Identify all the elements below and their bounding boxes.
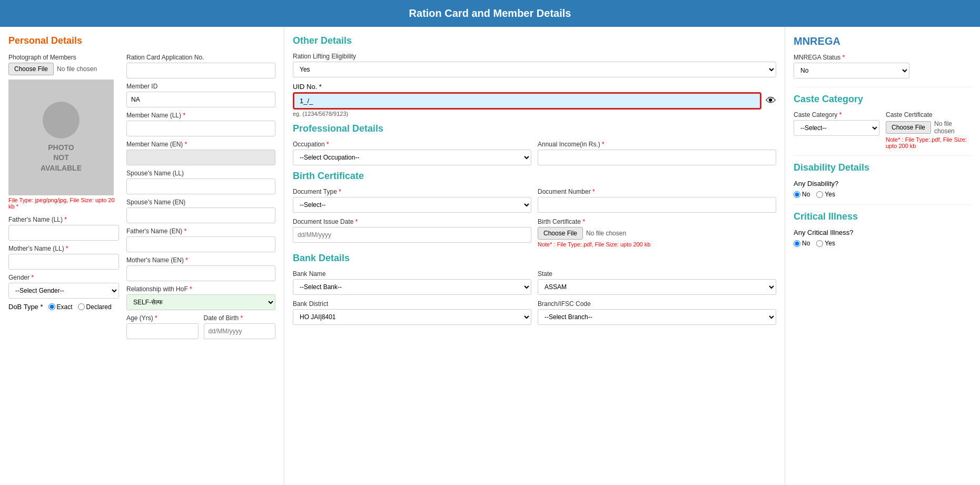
right-details-section: MNREGA MNREGA Status * No Caste Category… <box>785 27 980 485</box>
dob-exact-radio[interactable] <box>48 303 55 310</box>
birth-cert-no-file-text: No file chosen <box>586 230 626 237</box>
document-type-select[interactable]: --Select-- <box>293 197 531 213</box>
member-name-ll-label: Member Name (LL) * <box>126 112 275 119</box>
age-input[interactable] <box>126 323 199 339</box>
caste-file-note: Note* : File Type:.pdf, File Size: upto … <box>886 136 972 149</box>
critical-no-radio[interactable] <box>794 240 800 247</box>
dob-declared-radio[interactable] <box>78 303 85 310</box>
bank-district-select[interactable]: HO JAI|8401 <box>293 309 531 325</box>
father-name-en-input[interactable] <box>126 236 275 252</box>
state-group: State ASSAM <box>538 270 776 295</box>
eye-icon[interactable]: 👁 <box>766 95 776 107</box>
dob-type-label: DoB Type * <box>8 303 43 311</box>
member-name-en-input[interactable] <box>126 150 275 165</box>
relationship-select[interactable]: SELF-सेल्फ <box>126 294 275 310</box>
member-id-input[interactable] <box>126 92 275 107</box>
gender-select[interactable]: --Select Gender-- <box>8 283 119 299</box>
disability-no-label[interactable]: No <box>794 191 810 198</box>
father-name-ll-input[interactable] <box>8 225 119 241</box>
photo-no-file-text: No file chosen <box>57 65 97 73</box>
critical-yes-label[interactable]: Yes <box>816 240 835 247</box>
relationship-group: Relationship with HoF * SELF-सेल्फ <box>126 285 275 310</box>
spouse-name-ll-input[interactable] <box>126 179 275 194</box>
photo-file-note: File Type: jpeg/png/jpg, File Size: upto… <box>8 197 119 210</box>
bank-district-label: Bank District <box>293 300 531 308</box>
branch-ifsc-group: Branch/IFSC Code --Select Branch-- <box>538 300 776 325</box>
mother-name-ll-input[interactable] <box>8 254 119 270</box>
document-number-input[interactable] <box>538 197 776 213</box>
bank-name-select[interactable]: --Select Bank-- <box>293 279 531 295</box>
birth-cert-row2: Document Issue Date * Birth Certificate … <box>293 218 776 248</box>
divider-3 <box>794 204 972 205</box>
ration-lifting-select[interactable]: Yes <box>293 62 776 77</box>
uid-input-row: 👁 <box>293 92 776 110</box>
mnrega-status-label: MNREGA Status * <box>794 54 972 61</box>
caste-choose-file-button[interactable]: Choose File <box>886 121 931 134</box>
ration-card-app-group: Ration Card Application No. <box>126 54 275 78</box>
birth-cert-file-input-group: Choose File No file chosen <box>538 227 776 240</box>
mnrega-status-select[interactable]: No <box>794 63 909 78</box>
branch-ifsc-select[interactable]: --Select Branch-- <box>538 309 776 325</box>
personal-details-title: Personal Details <box>8 35 275 46</box>
personal-form-column: Ration Card Application No. Member ID Me… <box>126 54 275 339</box>
critical-no-label[interactable]: No <box>794 240 810 247</box>
dob-exact-label: Exact <box>57 303 73 311</box>
document-number-group: Document Number * <box>538 188 776 213</box>
caste-category-section: Caste Category Caste Category * --Select… <box>794 94 972 149</box>
father-name-ll-label: Father's Name (LL) * <box>8 216 119 223</box>
disability-radio-row: No Yes <box>794 191 972 198</box>
mother-name-ll-group: Mother's Name (LL) * <box>8 245 119 270</box>
page-title: Ration Card and Member Details <box>409 7 571 19</box>
disability-no-text: No <box>802 191 810 198</box>
dob-exact-radio-label[interactable]: Exact <box>48 303 73 311</box>
disability-yes-radio[interactable] <box>816 191 823 198</box>
disability-yes-label[interactable]: Yes <box>816 191 835 198</box>
dob-declared-radio-label[interactable]: Declared <box>78 303 112 311</box>
photo-choose-file-button[interactable]: Choose File <box>8 63 54 75</box>
birth-cert-file-label: Birth Certificate * <box>538 218 776 225</box>
bank-row2: Bank District HO JAI|8401 Branch/IFSC Co… <box>293 300 776 325</box>
ration-lifting-group: Ration Lifting Eligibility Yes <box>293 53 776 77</box>
mother-name-en-input[interactable] <box>126 265 275 281</box>
spouse-name-ll-label: Spouse's Name (LL) <box>126 170 275 177</box>
document-issue-date-group: Document Issue Date * <box>293 218 531 248</box>
any-disability-label: Any Disability? <box>794 180 972 187</box>
spouse-name-en-group: Spouse's Name (EN) <box>126 199 275 223</box>
professional-details-row: Occupation * --Select Occupation-- Annua… <box>293 141 776 165</box>
birth-cert-choose-file-button[interactable]: Choose File <box>538 227 583 240</box>
document-issue-date-input[interactable] <box>293 227 531 243</box>
annual-income-input[interactable] <box>538 150 776 165</box>
ration-lifting-label: Ration Lifting Eligibility <box>293 53 776 60</box>
professional-details-title: Professional Details <box>293 123 776 134</box>
dob-type-row: DoB Type * Exact Declared <box>8 303 119 311</box>
divider-1 <box>794 87 972 87</box>
state-select[interactable]: ASSAM <box>538 279 776 295</box>
occupation-select[interactable]: --Select Occupation-- <box>293 150 531 165</box>
caste-row: Caste Category * --Select-- Caste Certif… <box>794 111 972 149</box>
ration-card-app-input[interactable] <box>126 63 275 78</box>
critical-yes-text: Yes <box>825 240 835 247</box>
mnrega-title: MNREGA <box>794 35 972 47</box>
uid-input[interactable] <box>295 95 759 107</box>
caste-file-input-group: Choose File No file chosen <box>886 120 972 135</box>
photo-placeholder: PHOTONOTAVAILABLE <box>8 80 114 195</box>
member-name-en-label: Member Name (EN) * <box>126 141 275 148</box>
father-name-en-label: Father's Name (EN) * <box>126 227 275 235</box>
personal-details-section: Personal Details Photograph of Members C… <box>0 27 284 485</box>
critical-title: Critical Illness <box>794 211 972 222</box>
photo-label: Photograph of Members <box>8 54 119 61</box>
critical-yes-radio[interactable] <box>816 240 823 247</box>
mother-name-en-label: Mother's Name (EN) * <box>126 256 275 264</box>
critical-illness-section: Critical Illness Any Critical Illness? N… <box>794 211 972 247</box>
other-details-row: Ration Lifting Eligibility Yes <box>293 53 776 77</box>
dob-input[interactable] <box>204 323 276 339</box>
uid-highlight-box <box>293 92 761 110</box>
critical-no-text: No <box>802 240 810 247</box>
other-details-title: Other Details <box>293 35 776 46</box>
spouse-name-ll-group: Spouse's Name (LL) <box>126 170 275 194</box>
caste-select[interactable]: --Select-- <box>794 120 879 136</box>
birth-cert-row1: Document Type * --Select-- Document Numb… <box>293 188 776 213</box>
disability-no-radio[interactable] <box>794 191 800 198</box>
member-name-ll-input[interactable] <box>126 121 275 136</box>
spouse-name-en-input[interactable] <box>126 207 275 223</box>
